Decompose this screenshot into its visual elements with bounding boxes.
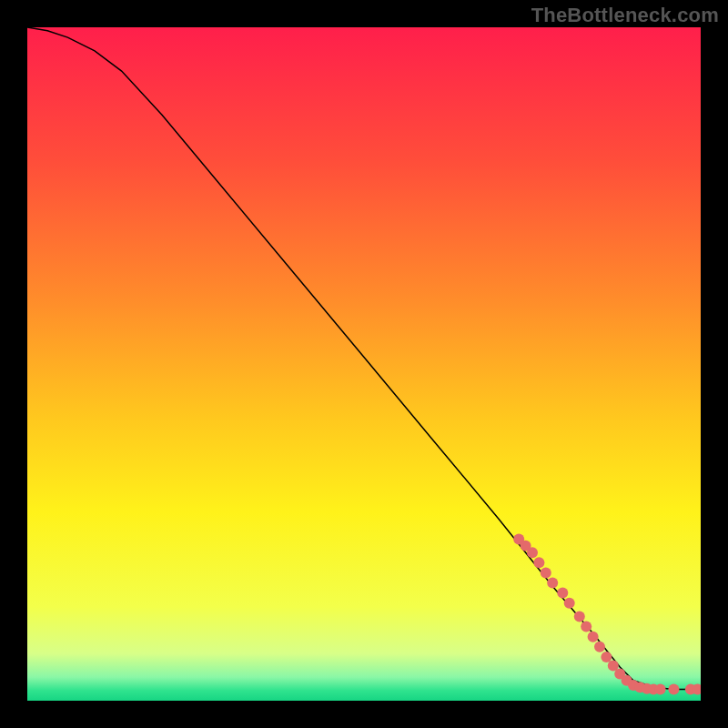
highlight-dot: [668, 683, 679, 694]
highlight-dot: [581, 622, 592, 632]
highlight-dot: [527, 547, 538, 558]
highlight-dot: [547, 578, 558, 589]
plot-area: [27, 27, 701, 701]
highlight-dot: [564, 598, 575, 609]
highlight-dot: [588, 632, 599, 642]
highlight-dot: [574, 612, 585, 622]
highlight-dot: [594, 642, 605, 652]
highlight-dot: [557, 588, 568, 599]
highlight-dot: [533, 557, 544, 568]
chart-svg: [27, 27, 701, 701]
gradient-background: [27, 27, 701, 701]
chart-frame: TheBottleneck.com: [0, 0, 728, 728]
highlight-dot: [601, 652, 612, 662]
highlight-dot: [541, 567, 551, 578]
highlight-dot: [655, 683, 666, 694]
watermark-text: TheBottleneck.com: [531, 4, 719, 27]
